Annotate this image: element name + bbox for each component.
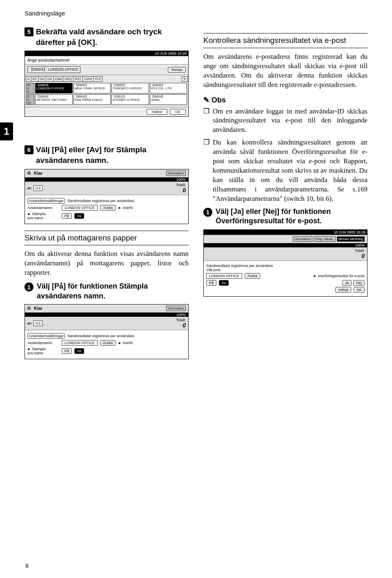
row-prefix: SS OF <box>26 94 34 105</box>
tab-lmn[interactable]: LMN <box>53 76 64 82</box>
directory-ok-button[interactable]: OK <box>170 109 186 115</box>
sender-name-value: LONDON OFFICE <box>206 273 242 279</box>
cancel-button[interactable]: Avbryt <box>335 287 351 293</box>
stamp-sender-label: Stämpla avs.namn <box>27 347 59 355</box>
section-tab-1: 1 <box>0 122 13 140</box>
off-button[interactable]: Av <box>219 280 229 286</box>
change-button[interactable]: Ändra <box>100 205 116 211</box>
screenshot-timecode: 10 JUN 2005 16:26 <box>25 51 188 56</box>
rsubstep-1-key2: [Nej] <box>263 207 279 216</box>
directory-cell-newyork[interactable]: 【00004】NEW YORK OFFICE <box>74 83 111 93</box>
step-6-key1: [På] <box>52 145 67 154</box>
left-column: 5 Bekräfta vald avsändare och tryck däre… <box>24 27 189 365</box>
badge-immediate-send[interactable]: Omg. sändn. <box>314 236 336 242</box>
screenshot-timecode: 10 JUN 2005 16:26 <box>204 230 367 235</box>
note-2-text: Du kan kontrollera sändningsresultatet g… <box>213 138 368 204</box>
directory-cell-toronto[interactable]: 【00005】TORONTO OFFICE <box>111 83 149 93</box>
tab-ef[interactable]: EF <box>31 76 38 82</box>
step-6-key2: [Av] <box>87 145 102 154</box>
directory-prompt: Ange avsändarmamnet <box>27 58 69 62</box>
directory-cell-sydney[interactable]: 【00011】SYDNEY O FFICE <box>111 94 149 105</box>
sender-settings-button[interactable]: Avsändarinställningar <box>27 198 65 204</box>
subhead-print-on-recipient: Skriva ut på mottagarens papper <box>24 231 189 246</box>
bullet-icon: ❒ <box>203 138 209 204</box>
tab-xyz[interactable]: XYZ <box>93 76 103 82</box>
step-5-key: [OK] <box>78 38 95 47</box>
no-button[interactable]: Nej <box>353 280 365 286</box>
g3-button[interactable]: G3 <box>33 185 42 191</box>
subhead-check-via-email: Kontrollera sändningsresultatet via e-po… <box>203 33 368 48</box>
note-2: ❒ Du kan kontrollera sändningsresultatet… <box>203 138 368 204</box>
step-number-6-icon: 6 <box>24 145 33 154</box>
total-value: 0 <box>355 253 365 259</box>
directory-alpha-tabs[interactable]: D EF GH IJK LMN OPQ RST UVW XYZ ✎ <box>25 75 188 82</box>
information-badge[interactable]: Information <box>166 306 186 311</box>
percent-bar: 100% <box>25 178 188 182</box>
g3-button[interactable]: G3 <box>33 320 42 326</box>
substep-1-icon: 1 <box>24 282 33 291</box>
rsubstep-1-a: Välj <box>216 207 231 216</box>
total-value: 0 <box>176 322 186 329</box>
directory-cell-sanfran[interactable]: 【00010】SAN FRAN CISCO <box>74 94 111 105</box>
tab-rst[interactable]: RST <box>73 76 83 82</box>
directory-grid: IN OE 【00003】LONDON O FFICE 【00004】NEW Y… <box>25 82 188 107</box>
directory-cell-xyzco[interactable]: 【00006】XYZ CO., LTD <box>150 83 187 93</box>
total-label: Totalt: <box>176 318 186 322</box>
right-substep-1: 1 Välj [Ja] eller [Nej] för funktionen Ö… <box>203 207 368 226</box>
right-para: Om avsändarens e-postadress finns regist… <box>203 52 368 90</box>
yes-button[interactable]: Ja <box>342 280 352 286</box>
change-button[interactable]: Ändra <box>245 273 260 279</box>
stamp-sender-label: Stämpla avs.namn <box>27 212 59 220</box>
badge-information[interactable]: Information <box>293 236 312 242</box>
page-number: 6 <box>25 562 29 569</box>
ok-button[interactable]: OK <box>354 287 365 293</box>
total-value: 0 <box>176 187 186 193</box>
stamp-on-button[interactable]: På <box>62 348 72 354</box>
directory-cell-jones[interactable]: 【00018】Jones <box>150 94 187 105</box>
stamp-off-button[interactable]: Av <box>74 348 84 354</box>
directory-cell-detroit[interactable]: 【00009】DETROIT FACTORY <box>35 94 73 105</box>
sender-name-value: LONDON OFFICE <box>62 205 98 211</box>
running-header: Sändningsläge <box>24 10 368 17</box>
status-ready: Klar <box>34 306 42 311</box>
left-para: Om du aktiverar denna funktion visas avs… <box>24 249 189 278</box>
change-button[interactable]: Ändra <box>100 340 116 346</box>
on-button[interactable]: På <box>206 280 216 286</box>
email-result-label: överföringsresultat för e-post <box>313 274 365 278</box>
tab-ijk[interactable]: IJK <box>46 76 54 82</box>
rsubstep-1-key1: [Ja] <box>231 207 244 216</box>
mode-icons: ⇄↕ <box>27 186 33 190</box>
row-prefix: IN OE <box>26 83 34 93</box>
note-1: ❒ Om en användare loggar in med användar… <box>203 107 368 135</box>
sender-name-label: Avsändarnamn: <box>27 341 59 345</box>
tab-gh[interactable]: GH <box>38 76 46 82</box>
per-user-msg: Sändresultatet registreras per användare… <box>67 334 135 338</box>
right-column: Kontrollera sändningsresultatet via e-po… <box>203 27 368 365</box>
screenshot-settings-6: Klar Information 100% ⇄↕ G3 _ Totalt:0 A… <box>24 169 189 224</box>
stamp-on-button[interactable]: På <box>62 213 72 219</box>
clear-button[interactable]: Rensa <box>168 67 186 73</box>
sender-settings-button[interactable]: Avsändarinställningar <box>27 333 65 339</box>
step-6-text-mid: eller <box>67 145 87 154</box>
tab-uvw[interactable]: UVW <box>82 76 94 82</box>
directory-cell-london[interactable]: 【00003】LONDON O FFICE <box>35 83 73 93</box>
tab-opq[interactable]: OPQ <box>63 76 74 82</box>
stamp-off-button[interactable]: Av <box>74 213 84 219</box>
step-5-text-b: . <box>95 38 97 47</box>
rsubstep-1-mid: eller <box>244 207 263 216</box>
directory-selected-display: 【00003】 LONDON OFFICE <box>27 66 80 73</box>
screenshot-settings-stamp: Klar Information 100% ⇄↕ G3 _ Totalt:0 A… <box>24 304 189 359</box>
switch-input-icon[interactable]: ✎ <box>182 76 188 82</box>
overflow-hint: överfö <box>118 341 133 345</box>
total-label: Totalt: <box>176 183 186 187</box>
badge-memory-send[interactable]: Minnes sändning <box>337 236 365 242</box>
note-heading: Obs <box>203 96 368 104</box>
substep-1-icon: 1 <box>203 208 212 217</box>
select-post-msg: Välj post. <box>206 268 221 272</box>
directory-cancel-button[interactable]: Avbryt <box>147 109 167 115</box>
note-1-text: Om en användare loggar in med användar-I… <box>213 107 368 135</box>
tab-d[interactable]: D <box>26 76 31 82</box>
information-badge[interactable]: Information <box>166 171 186 176</box>
screenshot-settings-email: 10 JUN 2005 16:26 Information Omg. sändn… <box>203 229 368 297</box>
status-ready: Klar <box>34 171 42 176</box>
